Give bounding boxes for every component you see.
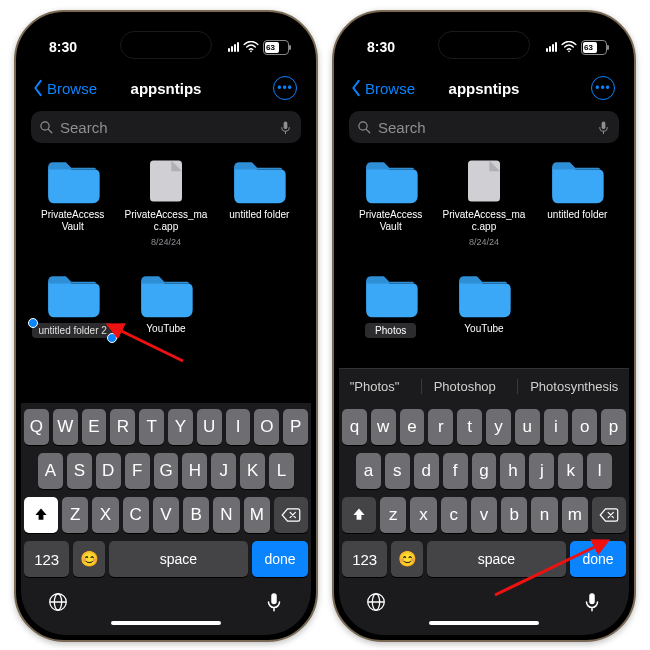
- item-label: PrivateAccess Vault: [30, 209, 116, 233]
- key-i[interactable]: i: [544, 409, 569, 445]
- suggestion[interactable]: Photoshop: [421, 379, 496, 394]
- mic-icon[interactable]: [596, 120, 611, 135]
- shift-key[interactable]: [24, 497, 58, 533]
- key-b[interactable]: b: [501, 497, 527, 533]
- key-p[interactable]: P: [283, 409, 308, 445]
- key-o[interactable]: O: [254, 409, 279, 445]
- emoji-key[interactable]: 😊: [73, 541, 104, 577]
- key-q[interactable]: Q: [24, 409, 49, 445]
- shift-key[interactable]: [342, 497, 376, 533]
- key-u[interactable]: U: [197, 409, 222, 445]
- file-item[interactable]: PrivateAccess_mac.app 8/24/24: [120, 157, 211, 247]
- done-key[interactable]: done: [252, 541, 308, 577]
- emoji-key[interactable]: 😊: [391, 541, 422, 577]
- key-s[interactable]: S: [67, 453, 92, 489]
- more-button[interactable]: •••: [273, 76, 297, 100]
- key-n[interactable]: n: [531, 497, 557, 533]
- key-c[interactable]: c: [441, 497, 467, 533]
- wifi-icon: [561, 41, 577, 53]
- backspace-key[interactable]: [274, 497, 308, 533]
- numbers-key[interactable]: 123: [24, 541, 69, 577]
- home-indicator[interactable]: [111, 621, 221, 625]
- key-y[interactable]: y: [486, 409, 511, 445]
- rename-input[interactable]: Photos: [365, 323, 416, 338]
- space-key[interactable]: space: [109, 541, 248, 577]
- back-button[interactable]: Browse: [349, 79, 415, 97]
- key-g[interactable]: G: [154, 453, 179, 489]
- key-e[interactable]: E: [82, 409, 107, 445]
- back-button[interactable]: Browse: [31, 79, 97, 97]
- key-j[interactable]: J: [211, 453, 236, 489]
- dictation-icon[interactable]: [263, 591, 285, 613]
- key-n[interactable]: N: [213, 497, 239, 533]
- key-v[interactable]: V: [153, 497, 179, 533]
- search-input[interactable]: Search: [349, 111, 619, 143]
- folder-item[interactable]: untitled folder: [532, 157, 623, 247]
- key-h[interactable]: H: [182, 453, 207, 489]
- mic-icon[interactable]: [278, 120, 293, 135]
- key-l[interactable]: l: [587, 453, 612, 489]
- key-i[interactable]: I: [226, 409, 251, 445]
- key-w[interactable]: W: [53, 409, 78, 445]
- folder-icon: [548, 157, 606, 205]
- item-date: 8/24/24: [151, 237, 181, 247]
- key-s[interactable]: s: [385, 453, 410, 489]
- key-y[interactable]: Y: [168, 409, 193, 445]
- key-x[interactable]: x: [410, 497, 436, 533]
- key-m[interactable]: m: [562, 497, 588, 533]
- key-l[interactable]: L: [269, 453, 294, 489]
- key-d[interactable]: D: [96, 453, 121, 489]
- folder-item[interactable]: untitled folder: [214, 157, 305, 247]
- key-k[interactable]: k: [558, 453, 583, 489]
- rename-input[interactable]: untitled folder 2: [32, 323, 112, 338]
- key-k[interactable]: K: [240, 453, 265, 489]
- folder-item[interactable]: YouTube: [438, 271, 529, 338]
- key-j[interactable]: j: [529, 453, 554, 489]
- key-o[interactable]: o: [572, 409, 597, 445]
- phone-right: 8:30 63 Browse appsntips ••• Search Priv…: [332, 10, 636, 642]
- more-button[interactable]: •••: [591, 76, 615, 100]
- selection-handle[interactable]: [107, 333, 117, 343]
- key-x[interactable]: X: [92, 497, 118, 533]
- numbers-key[interactable]: 123: [342, 541, 387, 577]
- dictation-icon[interactable]: [581, 591, 603, 613]
- key-c[interactable]: C: [123, 497, 149, 533]
- file-item[interactable]: PrivateAccess_mac.app 8/24/24: [438, 157, 529, 247]
- key-t[interactable]: t: [457, 409, 482, 445]
- key-z[interactable]: Z: [62, 497, 88, 533]
- key-b[interactable]: B: [183, 497, 209, 533]
- key-p[interactable]: p: [601, 409, 626, 445]
- key-a[interactable]: a: [356, 453, 381, 489]
- folder-item-editing[interactable]: untitled folder 2: [27, 271, 118, 338]
- selection-handle[interactable]: [28, 318, 38, 328]
- key-u[interactable]: u: [515, 409, 540, 445]
- suggestion[interactable]: "Photos": [350, 379, 400, 394]
- key-h[interactable]: h: [500, 453, 525, 489]
- key-q[interactable]: q: [342, 409, 367, 445]
- key-d[interactable]: d: [414, 453, 439, 489]
- key-v[interactable]: v: [471, 497, 497, 533]
- globe-icon[interactable]: [365, 591, 387, 613]
- backspace-key[interactable]: [592, 497, 626, 533]
- key-e[interactable]: e: [400, 409, 425, 445]
- key-m[interactable]: M: [244, 497, 270, 533]
- done-key[interactable]: done: [570, 541, 626, 577]
- folder-item[interactable]: YouTube: [120, 271, 211, 338]
- key-r[interactable]: R: [110, 409, 135, 445]
- key-t[interactable]: T: [139, 409, 164, 445]
- folder-item[interactable]: PrivateAccess Vault: [345, 157, 436, 247]
- folder-item[interactable]: Photos: [345, 271, 436, 338]
- key-z[interactable]: z: [380, 497, 406, 533]
- space-key[interactable]: space: [427, 541, 566, 577]
- home-indicator[interactable]: [429, 621, 539, 625]
- key-f[interactable]: f: [443, 453, 468, 489]
- key-r[interactable]: r: [428, 409, 453, 445]
- key-a[interactable]: A: [38, 453, 63, 489]
- folder-item[interactable]: PrivateAccess Vault: [27, 157, 118, 247]
- suggestion[interactable]: Photosynthesis: [517, 379, 618, 394]
- key-f[interactable]: F: [125, 453, 150, 489]
- search-input[interactable]: Search: [31, 111, 301, 143]
- key-g[interactable]: g: [472, 453, 497, 489]
- key-w[interactable]: w: [371, 409, 396, 445]
- globe-icon[interactable]: [47, 591, 69, 613]
